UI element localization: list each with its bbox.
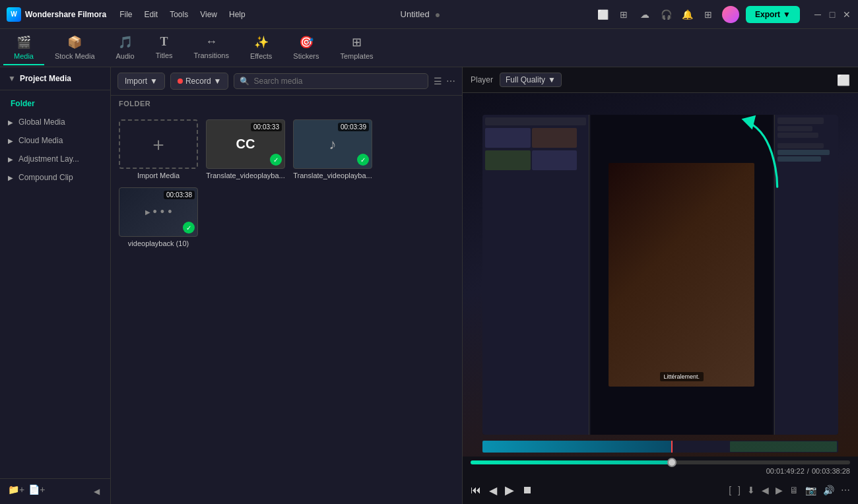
toolbar-icons: ☰ ⋯ [434, 76, 455, 86]
export-button[interactable]: Export ▼ [746, 6, 800, 23]
sidebar-item-folder[interactable]: Folder [0, 94, 110, 113]
quality-chevron: ▼ [548, 75, 556, 84]
tab-audio-label: Audio [116, 52, 135, 60]
tab-templates-label: Templates [340, 52, 373, 60]
sidebar-section: Folder ▶ Global Media ▶ Cloud Media ▶ Ad… [0, 90, 110, 191]
bell-icon[interactable]: 🔔 [680, 7, 694, 22]
music-thumb: 00:03:39 ♪ ✓ [293, 119, 372, 169]
menu-view[interactable]: View [200, 10, 217, 19]
progress-thumb[interactable] [667, 458, 676, 467]
bracket-out-icon[interactable]: ] [738, 485, 741, 495]
tutorial-arrow [733, 115, 793, 194]
rewind-button[interactable]: ⏮ [471, 484, 481, 496]
tab-audio[interactable]: 🎵 Audio [106, 31, 145, 65]
total-time: 00:03:38:28 [812, 467, 850, 475]
effects-icon: ✨ [254, 35, 269, 49]
media-item-video1[interactable]: 00:03:38 ▶ • • • ✓ videoplayback (10) [119, 187, 198, 247]
tab-titles[interactable]: T Titles [145, 31, 183, 65]
chevron-icon: ▶ [8, 137, 13, 144]
cloud-icon[interactable]: ☁ [638, 7, 652, 22]
filter-icon[interactable]: ☰ [434, 76, 442, 86]
record-chevron: ▼ [214, 77, 222, 86]
app-name: Wondershare Filmora [25, 10, 106, 19]
tab-stickers[interactable]: 🎯 Stickers [282, 31, 329, 65]
sidebar-title: Project Media [20, 74, 71, 83]
sidebar-global-label: Global Media [18, 117, 65, 127]
tab-stock-label: Stock Media [55, 52, 95, 60]
collapse-sidebar-icon[interactable]: ◀ [91, 484, 102, 499]
templates-icon: ⊞ [352, 35, 362, 49]
media-music1-label: Translate_videoplayba... [293, 172, 372, 179]
duration-badge: 00:03:38 [164, 191, 195, 199]
snapshot-icon[interactable]: 📷 [805, 485, 816, 495]
sidebar-cloud-label: Cloud Media [18, 136, 63, 145]
apps-icon[interactable]: ⊞ [701, 7, 715, 22]
player-label: Player [471, 75, 493, 84]
media-icon: 🎬 [16, 35, 31, 49]
progress-bar[interactable] [471, 460, 850, 464]
menu-tools[interactable]: Tools [170, 10, 188, 19]
search-icon: 🔍 [240, 77, 249, 86]
monitor-icon[interactable]: ⬜ [595, 7, 610, 22]
sidebar-item-cloud[interactable]: ▶ Cloud Media [0, 131, 110, 150]
sidebar-item-compound[interactable]: ▶ Compound Clip [0, 168, 110, 187]
minimize-button[interactable]: ─ [813, 10, 822, 19]
media-item-import[interactable]: ＋ Import Media [119, 119, 198, 179]
user-avatar[interactable] [722, 6, 739, 23]
tab-effects[interactable]: ✨ Effects [240, 31, 282, 65]
audio-icon[interactable]: 🔊 [823, 485, 834, 495]
chevron-icon: ▶ [8, 156, 13, 163]
duration-badge: 00:03:33 [251, 123, 282, 131]
record-button[interactable]: Record ▼ [170, 73, 229, 90]
sidebar-item-adjustment[interactable]: ▶ Adjustment Lay... [0, 150, 110, 168]
current-time: 00:01:49:22 [766, 467, 805, 475]
time-display: 00:01:49:22 / 00:03:38:28 [471, 467, 850, 475]
sidebar-bottom: 📁+ 📄+ ◀ [0, 478, 110, 504]
media-item-music1[interactable]: 00:03:39 ♪ ✓ Translate_videoplayba... [293, 119, 372, 179]
stop-button[interactable]: ⏹ [522, 484, 533, 496]
import-button[interactable]: Import ▼ [117, 73, 165, 90]
maximize-button[interactable]: □ [828, 10, 837, 19]
folder-label: Folder [11, 99, 35, 108]
tab-media[interactable]: 🎬 Media [3, 31, 44, 65]
quality-select[interactable]: Full Quality ▼ [500, 73, 562, 87]
tab-stock-media[interactable]: 📦 Stock Media [44, 31, 106, 65]
titles-icon: T [160, 35, 168, 49]
media-item-cc1[interactable]: 00:03:33 CC ✓ Translate_videoplayba... [206, 119, 285, 179]
import-chevron: ▼ [150, 77, 158, 86]
topbar-right: ⬜ ⊞ ☁ 🎧 🔔 ⊞ Export ▼ ─ □ ✕ [595, 6, 851, 23]
search-input[interactable] [253, 77, 422, 86]
chevron-icon: ▶ [8, 119, 13, 126]
camera-icon[interactable]: ⊞ [616, 7, 631, 22]
next-marker-icon[interactable]: ▶ [776, 485, 783, 495]
more-icon[interactable]: ⋯ [841, 485, 850, 495]
tab-stickers-label: Stickers [293, 52, 319, 60]
sidebar-item-global[interactable]: ▶ Global Media [0, 113, 110, 131]
more-icon[interactable]: ⋯ [446, 76, 455, 86]
player-controls: ⏮ ◀ ▶ ⏹ [ ] ⬇ ◀ ▶ 🖥 📷 🔊 ⋯ [463, 479, 858, 504]
sidebar-header: ▼ Project Media [0, 67, 110, 90]
play-button[interactable]: ▶ [505, 483, 514, 497]
add-folder-icon[interactable]: 📁+ [8, 484, 24, 499]
menu-edit[interactable]: Edit [144, 10, 158, 19]
headphone-icon[interactable]: 🎧 [659, 7, 673, 22]
prev-marker-icon[interactable]: ◀ [762, 485, 769, 495]
menu-help[interactable]: Help [229, 10, 246, 19]
close-button[interactable]: ✕ [842, 10, 851, 19]
screen-icon[interactable]: 🖥 [789, 485, 799, 495]
svg-marker-0 [742, 115, 756, 130]
transitions-icon: ↔ [205, 35, 217, 49]
prev-frame-button[interactable]: ◀ [489, 484, 497, 497]
media-import-label: Import Media [137, 172, 180, 179]
tab-effects-label: Effects [250, 52, 272, 60]
tab-templates[interactable]: ⊞ Templates [329, 31, 383, 65]
tab-transitions[interactable]: ↔ Transitions [183, 31, 240, 65]
media-grid: ＋ Import Media 00:03:33 CC ✓ Translate_v… [111, 111, 462, 504]
folder-section-label: FOLDER [111, 96, 462, 111]
menu-file[interactable]: File [119, 10, 132, 19]
window-title: Untitled ● [246, 9, 595, 20]
clip-to-timeline-icon[interactable]: ⬇ [747, 485, 755, 495]
fullscreen-icon[interactable]: ⬜ [837, 74, 850, 86]
bracket-in-icon[interactable]: [ [729, 485, 731, 495]
add-icon[interactable]: 📄+ [28, 484, 45, 499]
